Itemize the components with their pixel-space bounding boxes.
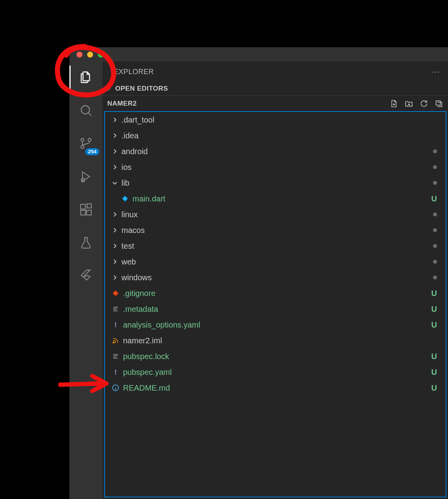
svg-text:!: ! bbox=[114, 321, 117, 329]
activity-extensions[interactable] bbox=[77, 200, 95, 219]
folder-label: windows bbox=[121, 273, 430, 282]
svg-point-11 bbox=[113, 342, 114, 343]
file-row[interactable]: .metadataU bbox=[105, 301, 446, 317]
activity-search[interactable] bbox=[77, 101, 95, 120]
open-editors-label: OPEN EDITORS bbox=[115, 85, 168, 93]
lines-file-icon bbox=[111, 352, 120, 360]
dirty-dot-icon bbox=[433, 212, 437, 216]
git-decoration: U bbox=[431, 384, 437, 393]
sidebar-more-button[interactable]: ··· bbox=[432, 68, 440, 76]
svg-point-0 bbox=[81, 106, 90, 114]
file-label: .metadata bbox=[123, 305, 428, 314]
file-row[interactable]: pubspec.lockU bbox=[105, 348, 446, 364]
svg-rect-6 bbox=[81, 210, 86, 215]
sidebar-title-row: EXPLORER ··· bbox=[103, 61, 448, 82]
git-decoration: U bbox=[431, 194, 437, 203]
folder-row[interactable]: lib bbox=[105, 175, 446, 191]
lines-file-icon bbox=[111, 305, 120, 313]
sidebar-title: EXPLORER bbox=[114, 68, 154, 76]
project-header[interactable]: NAMER2 bbox=[103, 95, 448, 111]
folder-row[interactable]: test bbox=[105, 238, 446, 254]
folder-row[interactable]: android bbox=[105, 143, 446, 159]
file-row[interactable]: README.mdU bbox=[105, 380, 446, 396]
svg-rect-9 bbox=[436, 101, 441, 105]
svg-point-1 bbox=[81, 138, 84, 142]
folder-row[interactable]: windows bbox=[105, 270, 446, 285]
active-indicator bbox=[69, 65, 71, 89]
search-icon bbox=[79, 103, 93, 117]
chevron-right-icon bbox=[111, 259, 118, 265]
dirty-dot-icon bbox=[433, 181, 437, 185]
dirty-dot-icon bbox=[433, 244, 437, 248]
extensions-icon bbox=[79, 203, 93, 217]
chevron-right-icon bbox=[111, 243, 118, 249]
svg-text:!: ! bbox=[114, 369, 117, 376]
activity-run-debug[interactable] bbox=[77, 167, 95, 186]
source-control-badge: 254 bbox=[85, 148, 99, 155]
git-decoration: U bbox=[431, 352, 437, 361]
window-maximize-button[interactable] bbox=[98, 52, 104, 58]
folder-row[interactable]: web bbox=[105, 254, 446, 270]
project-actions bbox=[390, 99, 443, 108]
chevron-right-icon bbox=[111, 164, 118, 170]
explorer-sidebar: EXPLORER ··· OPEN EDITORS NAMER2 bbox=[103, 61, 448, 499]
new-folder-icon[interactable] bbox=[405, 99, 413, 108]
chevron-right-icon bbox=[111, 211, 118, 218]
folder-label: android bbox=[121, 147, 430, 156]
titlebar bbox=[69, 47, 448, 61]
open-editors-header[interactable]: OPEN EDITORS bbox=[103, 82, 448, 95]
chevron-right-icon bbox=[111, 117, 118, 123]
folder-row[interactable]: .dart_tool bbox=[105, 112, 446, 128]
vscode-window: 254 bbox=[69, 47, 448, 499]
collapse-all-icon[interactable] bbox=[435, 99, 443, 108]
activity-source-control[interactable]: 254 bbox=[77, 134, 95, 153]
activity-explorer[interactable] bbox=[77, 68, 95, 87]
file-row[interactable]: main.dartU bbox=[105, 191, 446, 207]
chevron-right-icon bbox=[111, 274, 118, 281]
chevron-down-icon bbox=[111, 180, 118, 186]
folder-row[interactable]: macos bbox=[105, 222, 446, 238]
new-file-icon[interactable] bbox=[390, 99, 398, 108]
chevron-right-icon bbox=[111, 132, 118, 139]
folder-row[interactable]: ios bbox=[105, 159, 446, 175]
info-file-icon bbox=[111, 384, 120, 392]
window-body: 254 bbox=[69, 61, 448, 499]
git-decoration: U bbox=[431, 289, 437, 298]
chevron-right-icon bbox=[111, 148, 118, 155]
svg-rect-8 bbox=[87, 204, 91, 208]
folder-label: test bbox=[121, 242, 430, 251]
flask-icon bbox=[79, 236, 93, 250]
dirty-dot-icon bbox=[433, 276, 437, 279]
folder-label: .dart_tool bbox=[121, 115, 434, 125]
file-label: pubspec.yaml bbox=[123, 368, 428, 377]
dart-file-icon bbox=[121, 195, 129, 203]
project-name: NAMER2 bbox=[107, 100, 386, 108]
git-file-icon bbox=[111, 289, 120, 297]
dirty-dot-icon bbox=[433, 260, 437, 264]
activity-flutter[interactable] bbox=[77, 266, 95, 285]
file-label: README.md bbox=[123, 384, 428, 393]
file-row[interactable]: namer2.iml bbox=[105, 333, 446, 348]
folder-label: web bbox=[121, 257, 430, 266]
bang-file-icon: ! bbox=[111, 368, 120, 376]
file-tree[interactable]: .dart_tool.ideaandroidioslibmain.dartUli… bbox=[104, 111, 446, 497]
activity-testing[interactable] bbox=[77, 233, 95, 252]
refresh-icon[interactable] bbox=[420, 99, 428, 108]
file-label: analysis_options.yaml bbox=[123, 320, 428, 330]
folder-label: lib bbox=[121, 179, 430, 188]
folder-row[interactable]: linux bbox=[105, 207, 446, 222]
file-row[interactable]: !analysis_options.yamlU bbox=[105, 317, 446, 333]
folder-row[interactable]: .idea bbox=[105, 128, 446, 143]
dirty-dot-icon bbox=[433, 228, 437, 232]
svg-point-2 bbox=[88, 138, 91, 142]
window-minimize-button[interactable] bbox=[87, 52, 93, 58]
file-row[interactable]: .gitignoreU bbox=[105, 285, 446, 301]
bang-file-icon: ! bbox=[111, 321, 120, 329]
svg-point-3 bbox=[81, 145, 84, 149]
window-close-button[interactable] bbox=[77, 52, 82, 58]
file-row[interactable]: !pubspec.yamlU bbox=[105, 364, 446, 380]
file-label: namer2.iml bbox=[123, 336, 434, 345]
git-decoration: U bbox=[431, 320, 437, 330]
git-decoration: U bbox=[431, 305, 437, 314]
files-icon bbox=[79, 70, 93, 84]
